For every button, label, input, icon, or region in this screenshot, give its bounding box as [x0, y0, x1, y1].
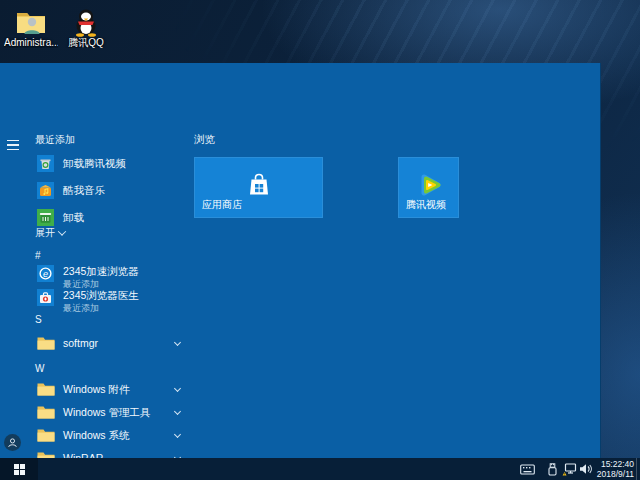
folder-icon — [37, 405, 55, 419]
green-uninstall-bin-icon — [37, 209, 54, 226]
recycle-bin-icon — [37, 155, 54, 172]
app-label: 2345浏览器医生 — [63, 289, 139, 303]
store-bag-icon — [245, 171, 273, 199]
desktop-icon-administrator[interactable]: Administra... — [4, 5, 58, 48]
folder-icon — [37, 336, 55, 350]
app-label: Windows 管理工具 — [63, 406, 151, 420]
app-list-item-2345-browser-doctor[interactable]: 2345浏览器医生 最近添加 — [37, 289, 187, 313]
section-header: # — [35, 250, 41, 262]
taskbar-clock[interactable]: 15:22:40 2018/9/11 — [597, 459, 634, 479]
app-label: 2345加速浏览器 — [63, 265, 139, 279]
app-list-folder-winrar[interactable]: WinRAR — [37, 450, 187, 458]
section-header: W — [35, 363, 44, 375]
tile-label: 腾讯视频 — [406, 198, 446, 212]
browser-e-icon: e — [37, 265, 54, 282]
expand-label: 展开 — [35, 227, 55, 238]
expand-list-control[interactable]: 展开 — [35, 226, 65, 240]
user-avatar-icon[interactable] — [4, 434, 21, 451]
folder-icon — [37, 382, 55, 396]
show-desktop-button[interactable] — [636, 458, 640, 480]
hamburger-menu-icon[interactable] — [4, 136, 22, 154]
chevron-down-icon — [175, 409, 181, 415]
app-list-folder-windows-system[interactable]: Windows 系统 — [37, 427, 187, 445]
app-label: Windows 系统 — [63, 429, 130, 443]
app-list-item-uninstall-tencent-video[interactable]: 卸载腾讯视频 — [37, 155, 187, 173]
tencent-video-icon — [416, 172, 442, 198]
kuwo-music-box-icon — [37, 182, 54, 199]
chevron-down-icon — [58, 227, 66, 235]
app-list-folder-softmgr[interactable]: softmgr — [37, 335, 187, 353]
clock-time: 15:22:40 — [597, 459, 634, 469]
app-sub-label: 最近添加 — [63, 302, 99, 315]
section-header: S — [35, 314, 42, 326]
start-button[interactable] — [0, 458, 38, 480]
folder-icon — [37, 451, 55, 458]
svg-text:e: e — [43, 269, 48, 279]
tile-app-store[interactable]: 应用商店 — [194, 157, 323, 218]
desktop-icon-qq[interactable]: 腾讯QQ — [59, 5, 113, 48]
folder-icon — [37, 428, 55, 442]
desktop-icon-label: 腾讯QQ — [59, 37, 113, 48]
qq-penguin-icon — [59, 5, 113, 37]
chevron-down-icon — [175, 386, 181, 392]
chevron-down-icon — [175, 340, 181, 346]
app-list-folder-windows-accessories[interactable]: Windows 附件 — [37, 381, 187, 399]
windows-logo-icon — [14, 464, 25, 475]
tile-label: 应用商店 — [202, 198, 242, 212]
chevron-down-icon — [175, 432, 181, 438]
app-label: 酷我音乐 — [63, 184, 105, 198]
usb-device-icon[interactable] — [548, 458, 557, 480]
app-label: Windows 附件 — [63, 383, 130, 397]
section-header: 最近添加 — [35, 134, 75, 146]
taskbar: 15:22:40 2018/9/11 — [0, 458, 640, 480]
app-list-item-kuwo-music[interactable]: 酷我音乐 — [37, 182, 187, 200]
app-list-item-uninstall[interactable]: 卸载 — [37, 209, 187, 227]
network-warning-icon[interactable] — [562, 458, 578, 480]
app-label: 卸载腾讯视频 — [63, 157, 126, 171]
app-list-item-2345-browser[interactable]: e 2345加速浏览器 最近添加 — [37, 265, 187, 289]
volume-icon[interactable] — [579, 458, 592, 480]
app-list-folder-windows-admin-tools[interactable]: Windows 管理工具 — [37, 404, 187, 422]
desktop-screen: Administra... 腾讯QQ — [0, 0, 640, 480]
user-folder-icon — [4, 5, 58, 37]
medical-kit-icon — [37, 289, 54, 306]
desktop-icon-label: Administra... — [4, 37, 58, 48]
tile-group-header: 浏览 — [194, 133, 215, 147]
touch-keyboard-icon[interactable] — [520, 458, 535, 480]
tile-tencent-video[interactable]: 腾讯视频 — [398, 157, 459, 218]
app-label: 卸载 — [63, 211, 84, 225]
clock-date: 2018/9/11 — [597, 469, 634, 479]
app-label: softmgr — [63, 337, 98, 349]
start-menu: 最近添加 卸载腾讯视频 酷我音乐 卸载 展开 # e 2345加速浏览器 — [0, 63, 601, 458]
